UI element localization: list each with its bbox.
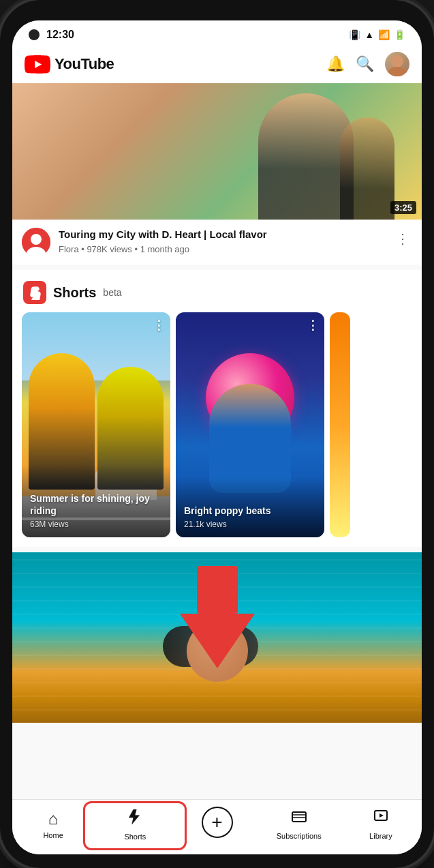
library-icon	[373, 809, 389, 829]
nav-item-home[interactable]: ⌂ Home	[12, 807, 94, 842]
nav-item-subscriptions[interactable]: Subscriptions	[258, 806, 340, 843]
phone-screen: 12:30 📳 ▲ 📶 🔋 YouTube 🔔 🔍	[12, 20, 422, 854]
short-card-3[interactable]	[330, 312, 350, 537]
home-icon: ⌂	[48, 809, 59, 828]
red-arrow-overlay	[180, 566, 255, 668]
wifi-icon: ▲	[365, 29, 374, 40]
notification-icon[interactable]: 🔔	[326, 55, 345, 73]
short-title-1: Summer is for shining, joy riding	[30, 492, 162, 517]
short-more-button-1[interactable]: ⋮	[153, 318, 165, 333]
shorts-header: Shorts beta	[12, 270, 422, 312]
subscriptions-icon	[291, 809, 307, 829]
svg-marker-9	[379, 813, 384, 818]
svg-point-3	[31, 234, 42, 245]
app-header: YouTube 🔔 🔍	[12, 45, 422, 83]
status-time: 12:30	[46, 29, 74, 41]
avatar[interactable]	[385, 52, 409, 76]
video-more-button[interactable]: ⋮	[393, 228, 412, 250]
signal-icon: 📶	[378, 29, 390, 40]
status-bar: 12:30 📳 ▲ 📶 🔋	[12, 20, 422, 45]
shorts-logo-icon	[23, 281, 46, 304]
shorts-title: Shorts	[53, 285, 96, 301]
nav-item-library[interactable]: Library	[340, 806, 422, 843]
video-thumbnail[interactable]: 3:25	[12, 83, 422, 220]
short-card-1[interactable]: ⋮ Summer is for shining, joy riding 63M …	[22, 312, 170, 537]
channel-avatar[interactable]	[22, 228, 50, 256]
short-views-2: 21.1k views	[184, 520, 316, 529]
featured-video-card: 3:25 Touring my City with D. Heart | Loc…	[12, 83, 422, 265]
nav-item-add[interactable]: +	[176, 808, 258, 841]
video-title: Touring my City with D. Heart | Local fl…	[59, 228, 385, 241]
short-card-2[interactable]: ⋮ Bright poppy beats 21.1k views	[176, 312, 324, 537]
shorts-scroll[interactable]: ⋮ Summer is for shining, joy riding 63M …	[12, 312, 422, 537]
scroll-content[interactable]: 3:25 Touring my City with D. Heart | Loc…	[12, 83, 422, 799]
short-info-1: Summer is for shining, joy riding 63M vi…	[22, 465, 170, 537]
short-more-button-2[interactable]: ⋮	[307, 318, 319, 333]
status-right: 📳 ▲ 📶 🔋	[349, 29, 405, 40]
svg-point-0	[391, 55, 403, 68]
short-title-2: Bright poppy beats	[184, 505, 316, 517]
video-info: Touring my City with D. Heart | Local fl…	[12, 220, 422, 265]
status-left: 12:30	[29, 29, 74, 41]
video-duration: 3:25	[390, 201, 416, 214]
home-label: Home	[43, 831, 63, 839]
phone-frame: 12:30 📳 ▲ 📶 🔋 YouTube 🔔 🔍	[0, 0, 434, 868]
subscriptions-label: Subscriptions	[277, 832, 322, 840]
shorts-section: Shorts beta	[12, 270, 422, 547]
shorts-badge: beta	[103, 287, 121, 298]
logo-area: YouTube	[25, 55, 114, 74]
vibrate-icon: 📳	[349, 29, 360, 40]
swimming-video-card[interactable]	[12, 552, 422, 723]
battery-icon: 🔋	[394, 29, 405, 40]
video-meta: Flora • 978K views • 1 month ago	[59, 244, 385, 254]
shorts-nav-label: Shorts	[124, 833, 146, 841]
library-label: Library	[369, 832, 392, 840]
video-details: Touring my City with D. Heart | Local fl…	[59, 228, 385, 254]
header-actions: 🔔 🔍	[326, 52, 409, 76]
bottom-nav: ⌂ Home Shorts +	[12, 799, 422, 854]
arrow-shaft	[197, 566, 238, 614]
shorts-nav-icon	[126, 808, 144, 830]
youtube-logo-icon	[25, 55, 50, 74]
svg-point-1	[386, 67, 408, 76]
arrow-head	[180, 614, 255, 668]
nav-item-shorts[interactable]: Shorts	[94, 805, 176, 843]
short-info-2: Bright poppy beats 21.1k views	[176, 477, 324, 537]
youtube-text: YouTube	[55, 55, 114, 73]
svg-rect-5	[292, 812, 306, 822]
short-views-1: 63M views	[30, 520, 162, 529]
camera-dot	[29, 29, 40, 40]
search-icon[interactable]: 🔍	[356, 55, 374, 73]
add-button[interactable]: +	[202, 807, 233, 838]
